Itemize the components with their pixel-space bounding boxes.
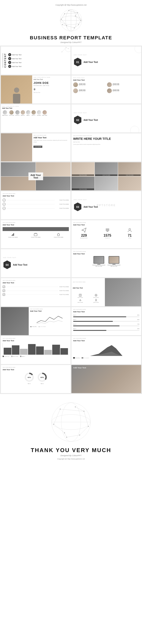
team-member-7: TROLAN K — [37, 115, 41, 116]
slide17-item-1: YOUR TITLE HERE — [59, 286, 69, 288]
slide4-small-label: ADD YOUR TEXT — [73, 77, 140, 78]
slides-grid: CONTENT 01 Add Your Text 02 Add Your Tex… — [0, 46, 142, 394]
footer-copyright: Copyright @ http://www.pptstore.net — [4, 458, 138, 460]
slide21-label-3: MAKE IT — [22, 356, 25, 357]
slide12-small-label: ADD YOUR TEXT — [74, 199, 139, 200]
hex-icon-01: 01 — [74, 57, 82, 67]
svg-rect-46 — [34, 234, 37, 236]
slide7-add-text: Add Your Text — [33, 136, 69, 139]
slide-photo-chart: ADD YOUR WRITE HERE Add Your Text PRINCI… — [1, 307, 71, 335]
slide9-add-text: Add YourText — [30, 174, 41, 179]
slide13-small-label: ADD YOUR WRITE HERE — [2, 222, 69, 223]
slide4-add-text: Add Your Text — [73, 79, 140, 81]
slide15-title: Add Your Text — [13, 264, 27, 266]
svg-line-17 — [77, 13, 81, 20]
hex-icon-02: 02 — [74, 115, 82, 125]
slide-checklist: ADD YOUR WRITE HERE Add Your Text YOUR T… — [1, 278, 71, 306]
slide11-small-label: ADD YOUR WRITE HERE — [2, 193, 69, 194]
content-item-1: 01 Add Your Text — [8, 53, 21, 56]
slide-area-chart: ADD YOUR WRITE HERE Add Your Text PRINCI… — [71, 336, 141, 364]
svg-text:04: 04 — [5, 264, 9, 266]
team-member-6: BRUCE T — [32, 115, 35, 116]
slide18-small-label: ADD YOUR WRITE HERE — [73, 281, 104, 283]
slide-photo-text: ADD YOUR WRITE HERE Add Your Text Lorem … — [1, 133, 71, 162]
footer-subtitle: Designed By ColourPPT — [4, 454, 138, 457]
slide20-add-text: Add Your Text — [73, 311, 140, 313]
svg-point-40 — [130, 126, 139, 132]
pie-40: 40% — [24, 372, 34, 382]
monitor-label-1: Add Your Text — [92, 266, 105, 267]
slide11-item-2: YOUR TITLE HERE — [56, 204, 69, 205]
slide8-write-title: WRITE HERE YOUR TITLE — [73, 137, 140, 140]
slide8-body: Add Your Text — [73, 141, 140, 143]
svg-line-47 — [82, 230, 84, 230]
main-title: BUSINESS REPORT TEMPLATE — [2, 35, 140, 41]
svg-rect-45 — [13, 233, 14, 236]
slide-pie-charts: ADD YOUR WRITE HERE Add Your Text 40% It… — [1, 365, 71, 393]
slide6-title: Add Your Text — [84, 119, 98, 121]
slide-progress-bars: ADD YOUR WRITE HERE Add Your Text Item 1… — [71, 307, 141, 335]
slide14-small-label: ADD YOUR WRITE HERE — [73, 222, 140, 223]
slide17-item-3: YOUR TITLE HERE — [59, 294, 69, 295]
header-subtitle: Designed By ColourPPT — [2, 41, 140, 44]
slide-photo-grid-left: Add YourText — [1, 162, 71, 190]
profile-text: ADD YOUR WRITE HERE Add Your Text JOHN D… — [32, 76, 71, 104]
header-globe — [2, 7, 140, 33]
svg-rect-37 — [13, 94, 20, 104]
page-header: Copyright @ http://www.pptstore.net — [0, 0, 142, 46]
slide-stats: ADD YOUR WRITE HERE Add Your Text 229 ME… — [71, 220, 141, 248]
slide-icon-list: ADD YOUR WRITE HERE Add Your Text ✓ YOUR… — [1, 191, 71, 219]
slide16-small-label: ADD YOUR WRITE HERE — [73, 251, 140, 252]
slide13-add-text: Add Your Text — [2, 224, 69, 226]
svg-line-24 — [75, 13, 77, 16]
slide11-item-3: YOUR TITLE HERE — [56, 208, 69, 209]
slide-hex-04: ADD YOUR TEXT 04 Add Your Text — [1, 249, 71, 277]
slide22-add-text: Add Your Text — [73, 340, 140, 342]
slide-john-doe-right: ADD YOUR TEXT Add Your Text JOHN DOE Add… — [71, 76, 141, 104]
slide5-label: ADD YOUR WRITE HERE — [2, 106, 69, 107]
profile-job: OCCUPATION / JOB TITLE — [33, 85, 69, 86]
svg-line-25 — [75, 16, 81, 20]
slide-profile: ADD YOUR WRITE HERE Add Your Text JOHN D… — [1, 76, 71, 104]
photo-title-2: YOUR TITLE HERE — [95, 174, 117, 176]
slide21-add-text: Add Your Text — [2, 340, 69, 342]
num-badge-2: 02 — [8, 57, 11, 60]
slide-content-list: CONTENT 01 Add Your Text 02 Add Your Tex… — [1, 46, 71, 74]
monitor-label-2: Add Your Text — [108, 266, 121, 267]
slide-team: ADD YOUR WRITE HERE Add Your Text JAMES … — [1, 104, 71, 132]
footer-title: THANK YOU VERY MUCH — [4, 447, 138, 454]
svg-line-32 — [62, 48, 66, 52]
slide-bar-chart: ADD YOUR WRITE HERE Add Your Text YOUR T… — [1, 336, 71, 364]
slide13-icon-1: YOUR TITLE HERE — [8, 237, 18, 238]
slide17-small-label: ADD YOUR WRITE HERE — [2, 280, 69, 281]
svg-rect-44 — [12, 234, 13, 236]
svg-text:02: 02 — [76, 119, 79, 122]
slide16-add-text: Add Your Text — [73, 253, 140, 255]
svg-text:60%: 60% — [40, 376, 44, 378]
slide20-small-label: ADD YOUR WRITE HERE — [73, 309, 140, 310]
slide11-add-text: Add Your Text — [2, 195, 69, 197]
svg-line-89 — [54, 424, 65, 433]
team-member-2: STEVE JOBS — [9, 115, 14, 116]
svg-point-64 — [95, 299, 97, 300]
slide22-area-chart — [73, 343, 140, 356]
content-item-text-4: Add Your Text — [12, 66, 21, 67]
slide-write-here-title: ADD YOUR WRITE HERE FUNCTION WRITE HERE … — [71, 133, 141, 162]
content-item-text-2: Add Your Text — [12, 58, 21, 60]
slide15-small-label: ADD YOUR TEXT — [3, 257, 68, 258]
slide7-text: ADD YOUR WRITE HERE Add Your Text Lorem … — [32, 133, 71, 162]
slide-hex-02: ADD YOUR TEXT 02 Add Your Text — [71, 104, 141, 132]
slide19-line-chart — [30, 313, 69, 325]
slide12-title: Add Your Text — [84, 206, 98, 208]
svg-line-31 — [66, 48, 68, 48]
svg-rect-43 — [12, 235, 12, 236]
stat-label-2: PROJECTS — [104, 238, 111, 238]
slide23-small-label: ADD YOUR WRITE HERE — [2, 367, 69, 368]
slide24-add-text: Add Your Text — [73, 367, 86, 369]
stat-label-1: MESSAGES SENT — [80, 238, 88, 238]
slide14-add-text: Add Your Text — [73, 224, 140, 226]
svg-line-87 — [84, 411, 88, 426]
slide5-add-text: Add Your Text — [2, 108, 69, 109]
svg-rect-57 — [3, 294, 5, 296]
footer-globe — [49, 400, 93, 444]
